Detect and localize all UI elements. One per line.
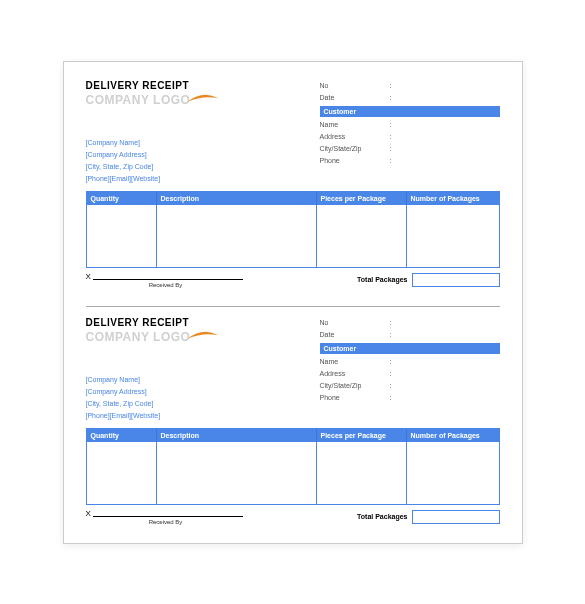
items-table: Quantity Description Pieces per Package … <box>86 191 500 268</box>
table-body <box>87 205 499 267</box>
company-address: [Company Address] <box>86 386 161 398</box>
receipt-title: DELIVERY RECEIPT <box>86 80 221 91</box>
total-box <box>412 273 500 287</box>
meta-name: Name : <box>320 119 500 131</box>
logo-text: COMPANY LOGO <box>86 330 191 344</box>
logo-text: COMPANY LOGO <box>86 93 191 107</box>
receipt-footer: X Received By Total Packages <box>86 509 500 525</box>
customer-header: Customer <box>320 106 500 117</box>
col-description: Description <box>157 429 317 442</box>
sign-x: X <box>86 272 91 281</box>
meta-phone: Phone : <box>320 392 500 404</box>
company-name: [Company Name] <box>86 137 161 149</box>
meta-address: Address : <box>320 368 500 380</box>
total-label: Total Packages <box>357 276 407 283</box>
meta-phone: Phone : <box>320 155 500 167</box>
col-packages: Number of Packages <box>407 429 499 442</box>
col-pieces: Pieces per Package <box>317 429 407 442</box>
meta-date: Date : <box>320 92 500 104</box>
customer-header: Customer <box>320 343 500 354</box>
meta-address: Address : <box>320 131 500 143</box>
company-contact: [Phone][Email][Website] <box>86 410 161 422</box>
total-label: Total Packages <box>357 513 407 520</box>
company-logo: COMPANY LOGO <box>86 330 221 344</box>
receipt-copy-1: DELIVERY RECEIPT COMPANY LOGO No : Date … <box>86 80 500 288</box>
receipt-copy-2: DELIVERY RECEIPT COMPANY LOGO No : Date … <box>86 306 500 525</box>
meta-no: No : <box>320 317 500 329</box>
meta-city: City/State/Zip : <box>320 143 500 155</box>
table-header: Quantity Description Pieces per Package … <box>87 192 499 205</box>
table-body <box>87 442 499 504</box>
company-address: [Company Address] <box>86 149 161 161</box>
col-quantity: Quantity <box>87 429 157 442</box>
swoosh-icon <box>186 93 220 107</box>
signature-line <box>93 516 243 517</box>
company-info: [Company Name] [Company Address] [City, … <box>86 374 161 422</box>
items-table: Quantity Description Pieces per Package … <box>86 428 500 505</box>
col-quantity: Quantity <box>87 192 157 205</box>
swoosh-icon <box>186 330 220 344</box>
company-name: [Company Name] <box>86 374 161 386</box>
col-description: Description <box>157 192 317 205</box>
company-city: [City, State, Zip Code] <box>86 161 161 173</box>
total-box <box>412 510 500 524</box>
meta-date: Date : <box>320 329 500 341</box>
received-by-label: Received By <box>86 282 246 288</box>
company-city: [City, State, Zip Code] <box>86 398 161 410</box>
sign-x: X <box>86 509 91 518</box>
company-info: [Company Name] [Company Address] [City, … <box>86 137 161 185</box>
company-logo: COMPANY LOGO <box>86 93 221 107</box>
signature-line <box>93 279 243 280</box>
receipt-title: DELIVERY RECEIPT <box>86 317 221 328</box>
table-header: Quantity Description Pieces per Package … <box>87 429 499 442</box>
company-contact: [Phone][Email][Website] <box>86 173 161 185</box>
meta-no: No : <box>320 80 500 92</box>
col-pieces: Pieces per Package <box>317 192 407 205</box>
meta-name: Name : <box>320 356 500 368</box>
received-by-label: Received By <box>86 519 246 525</box>
document-page: DELIVERY RECEIPT COMPANY LOGO No : Date … <box>63 61 523 544</box>
receipt-footer: X Received By Total Packages <box>86 272 500 288</box>
meta-city: City/State/Zip : <box>320 380 500 392</box>
col-packages: Number of Packages <box>407 192 499 205</box>
